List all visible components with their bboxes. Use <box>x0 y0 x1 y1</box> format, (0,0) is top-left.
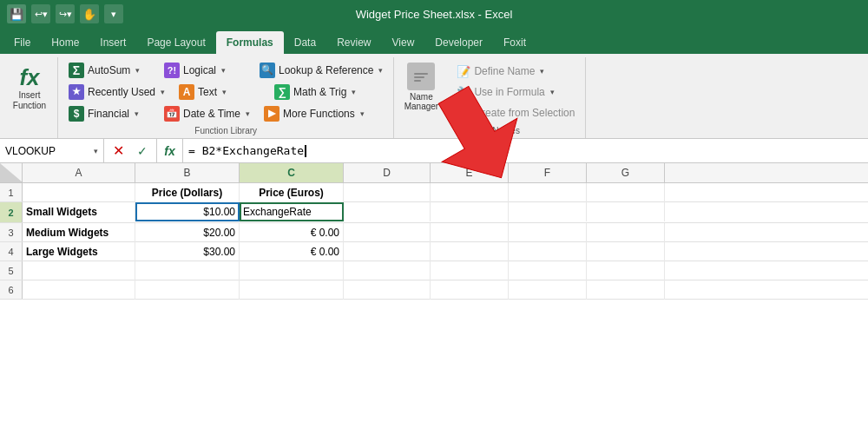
confirm-formula-button[interactable]: ✓ <box>134 142 151 160</box>
tab-formulas[interactable]: Formulas <box>216 31 284 54</box>
cell-c4[interactable]: € 0.00 <box>240 242 344 261</box>
col-header-e[interactable]: E <box>431 163 509 182</box>
cell-g1[interactable] <box>587 183 665 202</box>
tab-view[interactable]: View <box>382 31 425 54</box>
fn-row-2: ★ Recently Used ▾ A Text ▾ ∑ Math & Trig… <box>62 81 390 102</box>
more-arrow: ▾ <box>360 109 365 118</box>
touch-mode-button[interactable]: ✋ <box>80 4 99 23</box>
financial-icon: $ <box>69 106 84 122</box>
name-manager-label: NameManager <box>404 92 438 111</box>
cell-e6[interactable] <box>431 280 509 300</box>
col-header-f[interactable]: F <box>509 163 587 182</box>
cell-e1[interactable] <box>431 183 509 202</box>
date-arrow: ▾ <box>246 109 250 118</box>
text-cursor <box>305 145 306 157</box>
cell-c1[interactable]: Price (Euros) <box>240 183 344 202</box>
cell-c6[interactable] <box>240 280 344 300</box>
recently-used-button[interactable]: ★ Recently Used ▾ <box>62 82 172 102</box>
cell-b2[interactable]: $10.00 <box>135 202 240 221</box>
cell-g4[interactable] <box>587 242 665 261</box>
insert-function-button[interactable]: fx InsertFunction <box>7 61 52 116</box>
cell-a3[interactable]: Medium Widgets <box>23 223 135 242</box>
cell-f5[interactable] <box>509 261 587 280</box>
cell-d6[interactable] <box>344 280 431 300</box>
cell-g5[interactable] <box>587 261 665 280</box>
more-functions-button[interactable]: ▶ More Functions ▾ <box>257 103 372 124</box>
lookup-button[interactable]: 🔍 Lookup & Reference ▾ <box>253 60 390 81</box>
name-manager-button[interactable]: NameManager <box>398 59 444 115</box>
tab-data[interactable]: Data <box>284 31 326 54</box>
cell-a4[interactable]: Large Widgets <box>23 242 135 261</box>
tab-review[interactable]: Review <box>326 31 381 54</box>
create-from-selection-button[interactable]: 📊 Create from Selection <box>450 104 582 122</box>
cell-d2[interactable] <box>344 202 431 221</box>
date-button[interactable]: 📅 Date & Time ▾ <box>157 103 257 124</box>
cell-c3[interactable]: € 0.00 <box>240 223 344 242</box>
tab-developer[interactable]: Developer <box>424 31 493 54</box>
define-name-button[interactable]: 📝 Define Name ▾ <box>450 63 582 80</box>
cell-b1[interactable]: Price (Dollars) <box>135 183 240 202</box>
customize-qat-button[interactable]: ▾ <box>104 4 123 23</box>
cell-a5[interactable] <box>23 261 135 280</box>
undo-button[interactable]: ↩▾ <box>31 4 50 23</box>
cell-c2[interactable]: ExchangeRate <box>240 202 344 221</box>
row-header-4[interactable]: 4 <box>0 242 23 261</box>
cell-c5[interactable] <box>240 261 344 280</box>
cell-b6[interactable] <box>135 280 240 300</box>
name-box[interactable]: VLOOKUP ▾ <box>0 139 104 162</box>
cell-f3[interactable] <box>509 223 587 242</box>
cell-b3[interactable]: $20.00 <box>135 223 240 242</box>
row-header-3[interactable]: 3 <box>0 223 23 241</box>
ribbon-tabs: File Home Insert Page Layout Formulas Da… <box>0 28 868 54</box>
cell-a1[interactable] <box>23 183 135 202</box>
row-header-6[interactable]: 6 <box>0 280 23 299</box>
financial-button[interactable]: $ Financial ▾ <box>62 103 157 124</box>
col-header-b[interactable]: B <box>135 163 240 182</box>
row-header-5[interactable]: 5 <box>0 261 23 280</box>
select-all-button[interactable] <box>0 163 23 182</box>
cell-d1[interactable] <box>344 183 431 202</box>
cell-d4[interactable] <box>344 242 431 261</box>
row-header-1[interactable]: 1 <box>0 183 23 201</box>
logical-label: Logical <box>183 64 216 76</box>
formula-input[interactable]: = B2*ExchangeRate <box>183 139 868 162</box>
cell-a6[interactable] <box>23 280 135 300</box>
cell-g6[interactable] <box>587 280 665 300</box>
cell-f4[interactable] <box>509 242 587 261</box>
cell-g3[interactable] <box>587 223 665 242</box>
tab-insert[interactable]: Insert <box>89 31 136 54</box>
redo-button[interactable]: ↪▾ <box>56 4 75 23</box>
use-in-formula-button[interactable]: 🔧 Use in Formula ▾ <box>450 83 582 101</box>
cell-e2[interactable] <box>431 202 509 221</box>
svg-rect-1 <box>414 73 428 75</box>
insert-function-fx-button[interactable]: fx <box>157 139 183 162</box>
cancel-formula-button[interactable]: ✕ <box>109 142 127 160</box>
save-button[interactable]: 💾 <box>7 4 26 23</box>
cell-f6[interactable] <box>509 280 587 300</box>
row-header-2[interactable]: 2 <box>0 202 23 222</box>
cell-b4[interactable]: $30.00 <box>135 242 240 261</box>
cell-g2[interactable] <box>587 202 665 221</box>
tab-foxit[interactable]: Foxit <box>493 31 536 54</box>
cell-d3[interactable] <box>344 223 431 242</box>
cell-d5[interactable] <box>344 261 431 280</box>
cell-f2[interactable] <box>509 202 587 221</box>
cell-e4[interactable] <box>431 242 509 261</box>
col-header-g[interactable]: G <box>587 163 665 182</box>
logical-button[interactable]: ?! Logical ▾ <box>157 60 253 81</box>
tab-file[interactable]: File <box>3 31 41 54</box>
col-header-d[interactable]: D <box>344 163 431 182</box>
col-header-c[interactable]: C <box>240 163 344 182</box>
cell-b5[interactable] <box>135 261 240 280</box>
cell-a2[interactable]: Small Widgets <box>23 202 135 221</box>
math-button[interactable]: ∑ Math & Trig ▾ <box>267 82 363 102</box>
tab-home[interactable]: Home <box>41 31 89 54</box>
col-header-a[interactable]: A <box>23 163 135 182</box>
tab-page-layout[interactable]: Page Layout <box>136 31 215 54</box>
text-button[interactable]: A Text ▾ <box>172 82 267 102</box>
cell-e5[interactable] <box>431 261 509 280</box>
autosum-icon: Σ <box>69 63 84 78</box>
cell-f1[interactable] <box>509 183 587 202</box>
cell-e3[interactable] <box>431 223 509 242</box>
autosum-button[interactable]: Σ AutoSum ▾ <box>62 60 157 81</box>
